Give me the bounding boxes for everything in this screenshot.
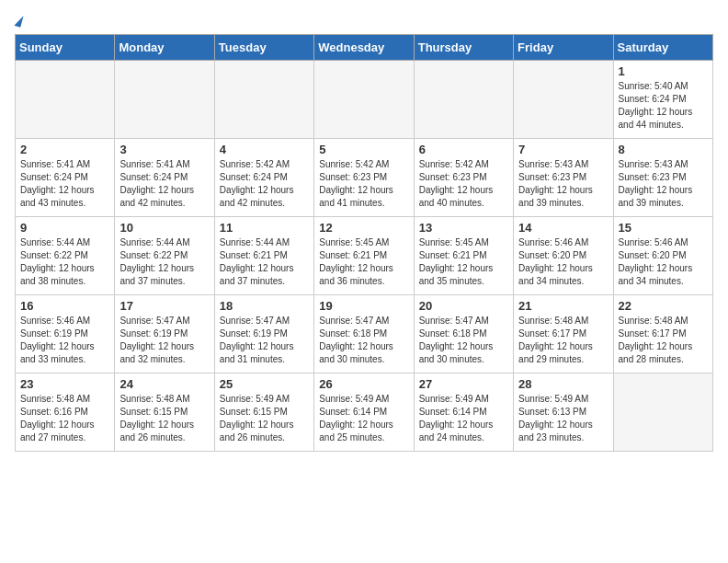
- calendar-cell: 8Sunrise: 5:43 AM Sunset: 6:23 PM Daylig…: [613, 139, 712, 217]
- calendar-cell: 12Sunrise: 5:45 AM Sunset: 6:21 PM Dayli…: [314, 217, 414, 295]
- day-number: 8: [619, 143, 708, 156]
- logo-triangle-icon: [14, 14, 23, 27]
- day-number: 28: [518, 377, 608, 391]
- calendar-cell: [613, 373, 712, 452]
- calendar-cell: [414, 61, 513, 139]
- day-info: Sunrise: 5:44 AM Sunset: 6:22 PM Dayligh…: [119, 236, 209, 288]
- weekday-header-monday: Monday: [115, 35, 214, 61]
- day-number: 14: [518, 221, 608, 235]
- day-number: 26: [319, 377, 408, 391]
- day-info: Sunrise: 5:48 AM Sunset: 6:15 PM Dayligh…: [119, 393, 209, 444]
- calendar-week-4: 16Sunrise: 5:46 AM Sunset: 6:19 PM Dayli…: [16, 295, 713, 373]
- calendar-week-5: 23Sunrise: 5:48 AM Sunset: 6:16 PM Dayli…: [16, 373, 713, 452]
- day-info: Sunrise: 5:48 AM Sunset: 6:17 PM Dayligh…: [619, 315, 708, 366]
- weekday-header-thursday: Thursday: [414, 35, 513, 61]
- calendar-table: SundayMondayTuesdayWednesdayThursdayFrid…: [15, 34, 713, 452]
- day-info: Sunrise: 5:48 AM Sunset: 6:16 PM Dayligh…: [20, 393, 109, 444]
- weekday-header-tuesday: Tuesday: [214, 35, 313, 61]
- day-number: 13: [419, 221, 508, 235]
- day-info: Sunrise: 5:40 AM Sunset: 6:24 PM Dayligh…: [619, 80, 708, 132]
- day-number: 21: [518, 299, 608, 313]
- weekday-header-friday: Friday: [514, 35, 613, 61]
- day-info: Sunrise: 5:46 AM Sunset: 6:20 PM Dayligh…: [619, 236, 708, 288]
- calendar-cell: 27Sunrise: 5:49 AM Sunset: 6:14 PM Dayli…: [414, 373, 513, 452]
- day-info: Sunrise: 5:42 AM Sunset: 6:23 PM Dayligh…: [319, 158, 408, 210]
- calendar-cell: 9Sunrise: 5:44 AM Sunset: 6:22 PM Daylig…: [16, 217, 115, 295]
- day-number: 22: [619, 299, 708, 313]
- day-info: Sunrise: 5:49 AM Sunset: 6:15 PM Dayligh…: [220, 393, 309, 444]
- day-number: 15: [619, 221, 708, 235]
- day-number: 9: [20, 221, 109, 235]
- day-info: Sunrise: 5:41 AM Sunset: 6:24 PM Dayligh…: [20, 158, 109, 210]
- calendar-week-2: 2Sunrise: 5:41 AM Sunset: 6:24 PM Daylig…: [16, 139, 713, 217]
- day-number: 12: [319, 221, 408, 235]
- day-number: 10: [119, 221, 209, 235]
- calendar-cell: 11Sunrise: 5:44 AM Sunset: 6:21 PM Dayli…: [214, 217, 313, 295]
- calendar-cell: 14Sunrise: 5:46 AM Sunset: 6:20 PM Dayli…: [514, 217, 613, 295]
- calendar-cell: 22Sunrise: 5:48 AM Sunset: 6:17 PM Dayli…: [613, 295, 712, 373]
- day-info: Sunrise: 5:45 AM Sunset: 6:21 PM Dayligh…: [319, 236, 408, 288]
- day-number: 5: [319, 143, 408, 156]
- day-number: 4: [220, 143, 309, 156]
- calendar-cell: 23Sunrise: 5:48 AM Sunset: 6:16 PM Dayli…: [16, 373, 115, 452]
- day-info: Sunrise: 5:45 AM Sunset: 6:21 PM Dayligh…: [419, 236, 508, 288]
- calendar-cell: 19Sunrise: 5:47 AM Sunset: 6:18 PM Dayli…: [314, 295, 414, 373]
- day-number: 11: [220, 221, 309, 235]
- weekday-header-wednesday: Wednesday: [314, 35, 414, 61]
- day-number: 24: [119, 377, 209, 391]
- day-info: Sunrise: 5:49 AM Sunset: 6:13 PM Dayligh…: [518, 393, 608, 444]
- calendar-cell: 10Sunrise: 5:44 AM Sunset: 6:22 PM Dayli…: [115, 217, 214, 295]
- day-number: 25: [220, 377, 309, 391]
- day-info: Sunrise: 5:44 AM Sunset: 6:22 PM Dayligh…: [20, 236, 109, 288]
- day-info: Sunrise: 5:49 AM Sunset: 6:14 PM Dayligh…: [419, 393, 508, 444]
- calendar-header-row: SundayMondayTuesdayWednesdayThursdayFrid…: [16, 35, 713, 61]
- day-info: Sunrise: 5:41 AM Sunset: 6:24 PM Dayligh…: [119, 158, 209, 210]
- day-number: 16: [20, 299, 109, 313]
- day-info: Sunrise: 5:47 AM Sunset: 6:19 PM Dayligh…: [119, 315, 209, 366]
- day-info: Sunrise: 5:49 AM Sunset: 6:14 PM Dayligh…: [319, 393, 408, 444]
- day-info: Sunrise: 5:48 AM Sunset: 6:17 PM Dayligh…: [518, 315, 608, 366]
- day-number: 18: [220, 299, 309, 313]
- day-number: 7: [518, 143, 608, 156]
- day-info: Sunrise: 5:44 AM Sunset: 6:21 PM Dayligh…: [220, 236, 309, 288]
- calendar-cell: 25Sunrise: 5:49 AM Sunset: 6:15 PM Dayli…: [214, 373, 313, 452]
- day-info: Sunrise: 5:46 AM Sunset: 6:19 PM Dayligh…: [20, 315, 109, 366]
- calendar-cell: 5Sunrise: 5:42 AM Sunset: 6:23 PM Daylig…: [314, 139, 414, 217]
- day-info: Sunrise: 5:47 AM Sunset: 6:19 PM Dayligh…: [220, 315, 309, 366]
- calendar-cell: 2Sunrise: 5:41 AM Sunset: 6:24 PM Daylig…: [16, 139, 115, 217]
- calendar-cell: [314, 61, 414, 139]
- day-number: 6: [419, 143, 508, 156]
- calendar-cell: 7Sunrise: 5:43 AM Sunset: 6:23 PM Daylig…: [514, 139, 613, 217]
- calendar-cell: 6Sunrise: 5:42 AM Sunset: 6:23 PM Daylig…: [414, 139, 513, 217]
- calendar-cell: [16, 61, 115, 139]
- calendar-week-3: 9Sunrise: 5:44 AM Sunset: 6:22 PM Daylig…: [16, 217, 713, 295]
- calendar-cell: 20Sunrise: 5:47 AM Sunset: 6:18 PM Dayli…: [414, 295, 513, 373]
- calendar-cell: 15Sunrise: 5:46 AM Sunset: 6:20 PM Dayli…: [613, 217, 712, 295]
- calendar-cell: 24Sunrise: 5:48 AM Sunset: 6:15 PM Dayli…: [115, 373, 214, 452]
- calendar-cell: [514, 61, 613, 139]
- day-info: Sunrise: 5:47 AM Sunset: 6:18 PM Dayligh…: [319, 315, 408, 366]
- page-header: [15, 15, 713, 27]
- day-info: Sunrise: 5:46 AM Sunset: 6:20 PM Dayligh…: [518, 236, 608, 288]
- day-number: 3: [119, 143, 209, 156]
- calendar-cell: 3Sunrise: 5:41 AM Sunset: 6:24 PM Daylig…: [115, 139, 214, 217]
- day-number: 20: [419, 299, 508, 313]
- weekday-header-sunday: Sunday: [16, 35, 115, 61]
- calendar-week-1: 1Sunrise: 5:40 AM Sunset: 6:24 PM Daylig…: [16, 61, 713, 139]
- calendar-cell: 28Sunrise: 5:49 AM Sunset: 6:13 PM Dayli…: [514, 373, 613, 452]
- day-info: Sunrise: 5:42 AM Sunset: 6:23 PM Dayligh…: [419, 158, 508, 210]
- day-number: 27: [419, 377, 508, 391]
- day-info: Sunrise: 5:42 AM Sunset: 6:24 PM Dayligh…: [220, 158, 309, 210]
- calendar-cell: 21Sunrise: 5:48 AM Sunset: 6:17 PM Dayli…: [514, 295, 613, 373]
- calendar-cell: 13Sunrise: 5:45 AM Sunset: 6:21 PM Dayli…: [414, 217, 513, 295]
- calendar-cell: 4Sunrise: 5:42 AM Sunset: 6:24 PM Daylig…: [214, 139, 313, 217]
- day-info: Sunrise: 5:43 AM Sunset: 6:23 PM Dayligh…: [619, 158, 708, 210]
- day-number: 19: [319, 299, 408, 313]
- calendar-cell: [115, 61, 214, 139]
- weekday-header-saturday: Saturday: [613, 35, 712, 61]
- day-number: 17: [119, 299, 209, 313]
- calendar-cell: 16Sunrise: 5:46 AM Sunset: 6:19 PM Dayli…: [16, 295, 115, 373]
- day-number: 1: [619, 64, 708, 78]
- calendar-cell: 18Sunrise: 5:47 AM Sunset: 6:19 PM Dayli…: [214, 295, 313, 373]
- day-info: Sunrise: 5:43 AM Sunset: 6:23 PM Dayligh…: [518, 158, 608, 210]
